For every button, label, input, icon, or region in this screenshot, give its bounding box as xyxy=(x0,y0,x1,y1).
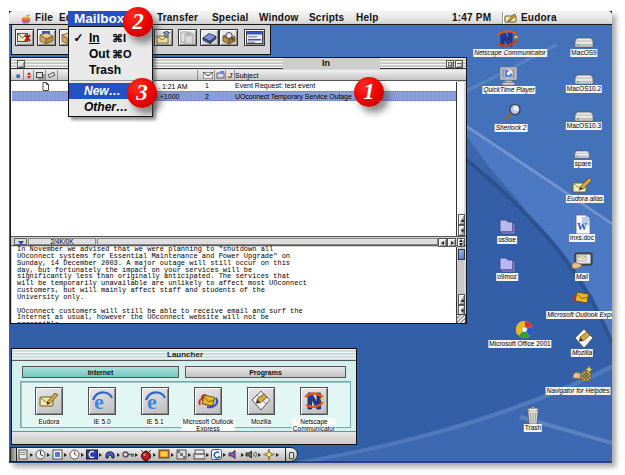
svg-text:W: W xyxy=(577,221,587,232)
